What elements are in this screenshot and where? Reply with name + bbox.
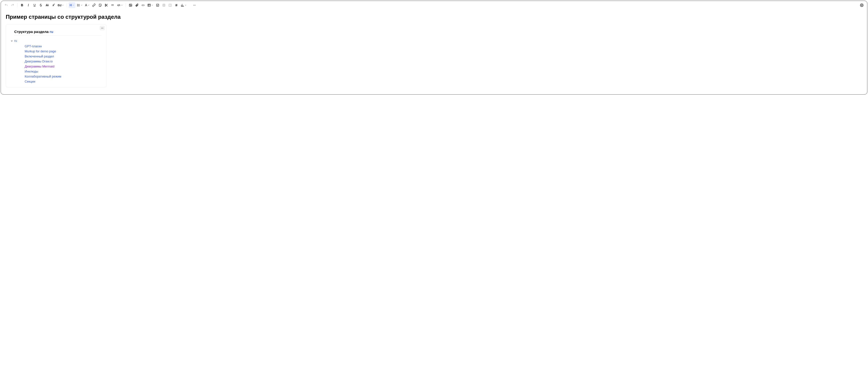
svg-rect-9 — [163, 4, 165, 6]
block-icon — [162, 3, 166, 7]
svg-point-0 — [77, 4, 78, 4]
ellipsis-icon — [101, 27, 104, 30]
bold-icon: B — [21, 3, 23, 7]
widget-menu-button[interactable] — [100, 26, 105, 30]
list-icon — [77, 3, 80, 7]
tree-toggle[interactable] — [10, 39, 13, 42]
anchor-button[interactable] — [174, 2, 179, 8]
svg-point-17 — [102, 28, 102, 29]
tree-item-link[interactable]: Коллаборативный режим — [25, 75, 103, 78]
more-button[interactable] — [191, 2, 197, 8]
settings-button[interactable] — [859, 2, 865, 8]
toolbar-separator — [126, 3, 126, 7]
svg-point-13 — [194, 5, 195, 5]
tree-item-link[interactable]: Включенный раздел — [25, 55, 103, 58]
code-icon — [141, 3, 145, 7]
italic-button[interactable]: I — [25, 2, 31, 8]
link-button[interactable] — [91, 2, 97, 8]
svg-point-1 — [77, 5, 78, 5]
svg-rect-8 — [156, 4, 159, 6]
tree-item-link[interactable]: Диаграммы Mermaid — [25, 65, 103, 68]
tree-item-link[interactable]: Инклюды — [25, 70, 103, 73]
tree-children: GPT-плагинMurkup for demo pageВключенный… — [10, 44, 103, 83]
chevron-down-icon — [62, 4, 64, 6]
table-icon — [147, 3, 151, 7]
quote-button[interactable] — [110, 2, 116, 8]
image-icon — [129, 3, 132, 7]
tree-item-link[interactable]: Диаграммы Draw.io — [25, 60, 103, 63]
tree-item-link[interactable]: GPT-плагин — [25, 44, 103, 48]
tree-root: ru GPT-плагинMurkup for demo pageВключен… — [9, 38, 103, 83]
chevron-down-icon — [81, 4, 83, 6]
svg-point-12 — [193, 5, 194, 5]
chevron-down-icon — [88, 4, 90, 6]
toolbar-separator — [17, 3, 18, 7]
attachment-button[interactable] — [134, 2, 140, 8]
code-block-button[interactable] — [140, 2, 146, 8]
underline-icon — [33, 3, 36, 7]
layout-icon — [168, 3, 172, 7]
undo-icon — [4, 3, 8, 7]
redo-icon — [11, 3, 14, 7]
svg-point-15 — [861, 5, 862, 6]
widget-header-text: Структура раздела — [14, 30, 50, 34]
svg-rect-7 — [148, 4, 150, 6]
table-button[interactable] — [146, 2, 154, 8]
font-color-icon: A — [85, 3, 87, 7]
tree-root-row: ru — [10, 38, 103, 43]
code-inline-button[interactable] — [116, 2, 124, 8]
function-icon: f(x) — [58, 4, 61, 7]
checkbox-button[interactable] — [155, 2, 161, 8]
layout-button[interactable] — [167, 2, 173, 8]
svg-point-16 — [101, 28, 102, 29]
heading-button[interactable]: H — [69, 2, 75, 8]
svg-point-14 — [195, 5, 195, 5]
svg-rect-10 — [163, 5, 164, 6]
widget-header: Структура раздела ru — [14, 30, 101, 34]
cut-button[interactable] — [103, 2, 110, 8]
note-icon — [98, 3, 102, 7]
widget-header-link[interactable]: ru — [50, 30, 53, 34]
scissors-icon — [105, 3, 108, 7]
redo-button[interactable] — [9, 2, 16, 8]
tree-item-link[interactable]: Murkup for demo page — [25, 49, 103, 53]
chart-button[interactable] — [180, 2, 188, 8]
strikethrough-button[interactable] — [38, 2, 44, 8]
underline-button[interactable] — [32, 2, 37, 8]
svg-point-18 — [103, 28, 103, 29]
monospace-button[interactable] — [44, 2, 50, 8]
chart-icon — [181, 3, 184, 7]
text-style-icon — [52, 3, 55, 7]
tree-root-link[interactable]: ru — [14, 39, 17, 43]
link-icon — [92, 3, 96, 7]
section-structure-widget: Структура раздела ru ru GPT-плагинMurkup… — [6, 24, 106, 88]
image-button[interactable] — [128, 2, 133, 8]
ellipsis-icon — [193, 3, 196, 7]
gear-icon — [860, 3, 864, 7]
paperclip-icon — [135, 3, 138, 7]
quote-icon — [111, 3, 115, 7]
chevron-down-icon — [72, 4, 74, 6]
svg-point-2 — [77, 6, 78, 6]
undo-button[interactable] — [3, 2, 9, 8]
checkbox-icon — [156, 3, 159, 7]
editor-content[interactable]: Пример страницы со структурой раздела Ст… — [1, 9, 867, 94]
chevron-down-icon — [121, 4, 123, 6]
font-color-button[interactable]: A — [84, 2, 91, 8]
strikethrough-icon — [39, 3, 42, 7]
block-button[interactable] — [161, 2, 167, 8]
heading-icon: H — [70, 3, 72, 7]
function-button[interactable]: f(x) — [57, 2, 65, 8]
bold-button[interactable]: B — [19, 2, 25, 8]
chevron-down-icon — [151, 4, 153, 6]
toolbar: B I f(x) H A — [1, 1, 867, 9]
code-inline-icon — [117, 3, 121, 7]
italic-icon: I — [28, 3, 29, 7]
chevron-down-icon — [10, 39, 13, 42]
tree-item-link[interactable]: Секции — [25, 80, 103, 83]
chevron-down-icon — [185, 4, 187, 6]
monospace-icon — [45, 3, 49, 7]
list-button[interactable] — [76, 2, 84, 8]
text-style-button[interactable] — [50, 2, 56, 8]
note-button[interactable] — [97, 2, 103, 8]
